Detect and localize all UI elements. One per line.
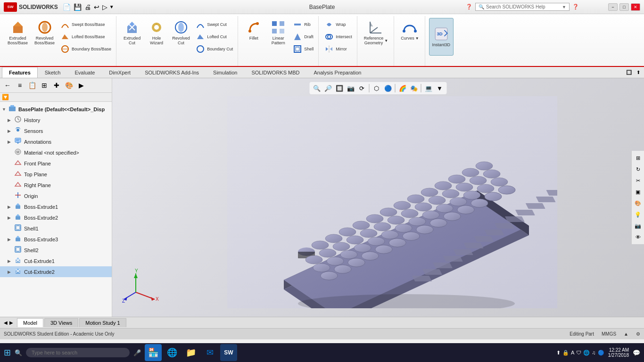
units-dropdown-icon[interactable]: ▲ bbox=[624, 331, 628, 337]
tree-item-annotations[interactable]: ▶ Annotations bbox=[0, 136, 112, 147]
search-dropdown-icon[interactable]: ▼ bbox=[562, 5, 566, 9]
tree-item-cut-extrude2[interactable]: ▶ Cut-Extrude2 bbox=[0, 266, 112, 277]
tray-expand-icon[interactable]: ⬆ bbox=[556, 350, 561, 356]
bottom-nav-right[interactable]: ▶ bbox=[9, 320, 13, 325]
tabs-expand-icon[interactable]: ⬆ bbox=[635, 69, 642, 76]
tree-item-origin[interactable]: Origin bbox=[0, 190, 112, 201]
rmt-btn1[interactable]: ⊞ bbox=[633, 153, 643, 163]
fillet-button[interactable]: Fillet bbox=[242, 18, 265, 42]
swept-boss-button[interactable]: Swept Boss/Base bbox=[58, 19, 113, 30]
tab-dimxpert[interactable]: DimXpert bbox=[102, 67, 138, 78]
close-button[interactable]: ✕ bbox=[631, 3, 640, 11]
settings-dropdown-button[interactable]: ▼ bbox=[435, 83, 445, 93]
sidebar-config-button[interactable]: ⊞ bbox=[39, 80, 50, 91]
print-icon[interactable]: 🖨 bbox=[83, 2, 92, 12]
revolved-cut-button[interactable]: RevolvedCut bbox=[169, 18, 193, 47]
render-mode-button[interactable]: 🌈 bbox=[397, 83, 408, 93]
reference-geometry-button[interactable]: ReferenceGeometry ▼ bbox=[361, 18, 391, 47]
tree-item-boss-extrude3[interactable]: ▶ Boss-Extrude3 bbox=[0, 234, 112, 245]
tree-item-top-plane[interactable]: Top Plane bbox=[0, 169, 112, 180]
tab-mbd[interactable]: SOLIDWORKS MBD bbox=[244, 67, 306, 78]
viewport[interactable]: 🔍 🔎 🔲 📷 ⟳ ⬡ 🔵 🌈 🎭 💻 ▼ bbox=[112, 78, 644, 317]
tab-evaluate[interactable]: Evaluate bbox=[68, 67, 102, 78]
swept-cut-button[interactable]: Swept Cut bbox=[194, 19, 235, 30]
bottom-nav-left[interactable]: ◀ bbox=[4, 320, 8, 325]
previous-view-button[interactable]: 📷 bbox=[346, 83, 356, 93]
rmt-btn4[interactable]: ▣ bbox=[633, 187, 643, 197]
rmt-btn5[interactable]: 🎨 bbox=[633, 198, 643, 208]
zoom-in-button[interactable]: 🔎 bbox=[323, 83, 333, 93]
curves-dropdown-icon[interactable]: ▼ bbox=[415, 36, 419, 41]
new-file-icon[interactable]: 📄 bbox=[62, 2, 72, 12]
zoom-to-fit-button[interactable]: 🔍 bbox=[312, 83, 322, 93]
tab-analysis[interactable]: Analysis Preparation bbox=[307, 67, 369, 78]
rotate-button[interactable]: ⟳ bbox=[357, 83, 367, 93]
tree-item-boss-extrude1[interactable]: ▶ Boss-Extrude1 bbox=[0, 201, 112, 212]
display-settings-button[interactable]: 💻 bbox=[423, 83, 434, 93]
save-icon[interactable]: 💾 bbox=[73, 2, 83, 12]
tree-item-shell1[interactable]: Shell1 bbox=[0, 223, 112, 234]
extruded-boss-button[interactable]: ExtrudedBoss/Base bbox=[5, 18, 31, 47]
taskbar-app-solidworks[interactable]: SW bbox=[220, 344, 237, 361]
tree-item-history[interactable]: ▶ History bbox=[0, 115, 112, 125]
tab-simulation[interactable]: Simulation bbox=[206, 67, 244, 78]
boundary-cut-button[interactable]: Boundary Cut bbox=[194, 43, 235, 55]
rib-button[interactable]: Rib bbox=[291, 19, 315, 30]
wrap-button[interactable]: Wrap bbox=[322, 19, 354, 30]
undo-icon[interactable]: ↩ bbox=[93, 2, 100, 12]
tree-item-right-plane[interactable]: Right Plane bbox=[0, 180, 112, 190]
rmt-btn3[interactable]: ✂ bbox=[633, 175, 643, 186]
draft-button[interactable]: Draft bbox=[291, 31, 315, 42]
windows-start-button[interactable]: ⊞ bbox=[4, 347, 11, 358]
sidebar-more-button[interactable]: ▶ bbox=[75, 80, 87, 91]
restore-button[interactable]: □ bbox=[619, 3, 629, 11]
forward-icon[interactable]: ▷ bbox=[101, 2, 108, 12]
tree-item-boss-extrude2[interactable]: ▶ Boss-Extrude2 bbox=[0, 212, 112, 223]
taskbar-app-edge[interactable]: 🌐 bbox=[164, 344, 181, 361]
lofted-boss-button[interactable]: Lofted Boss/Base bbox=[58, 31, 113, 42]
taskbar-app-store[interactable]: 🏪 bbox=[145, 344, 162, 361]
curves-button[interactable]: Curves ▼ bbox=[398, 18, 421, 42]
dropdown-icon[interactable]: ▼ bbox=[109, 4, 114, 9]
help-question-icon[interactable]: ❓ bbox=[572, 4, 579, 10]
view-orientation-button[interactable]: ⬡ bbox=[372, 83, 382, 93]
system-clock[interactable]: 12:22 AM 1/27/2018 bbox=[608, 347, 629, 358]
notification-icon[interactable]: 💬 bbox=[633, 349, 640, 356]
tree-item-cut-extrude1[interactable]: ▶ Cut-Extrude1 bbox=[0, 255, 112, 266]
linear-pattern-button[interactable]: LinearPattern bbox=[266, 18, 290, 47]
extruded-cut-button[interactable]: ExtrudedCut bbox=[120, 18, 144, 47]
tree-item-material[interactable]: M Material <not specified> bbox=[0, 147, 112, 158]
filter-icon[interactable]: 🔽 bbox=[2, 94, 9, 100]
instant3d-button[interactable]: 3D Instant3D bbox=[429, 18, 454, 56]
tree-item-sensors[interactable]: ▶ Sensors bbox=[0, 125, 112, 136]
display-style-button[interactable]: 🔵 bbox=[383, 83, 393, 93]
tab-addins[interactable]: SOLIDWORKS Add-Ins bbox=[138, 67, 206, 78]
ref-geom-dropdown-icon[interactable]: ▼ bbox=[384, 39, 388, 43]
bottom-tab-motion[interactable]: Motion Study 1 bbox=[79, 318, 126, 327]
taskbar-app-explorer[interactable]: 📁 bbox=[182, 344, 199, 361]
sidebar-list-button[interactable]: ≡ bbox=[14, 80, 25, 91]
sidebar-navigate-button[interactable]: ← bbox=[2, 80, 13, 91]
scene-button[interactable]: 🎭 bbox=[409, 83, 419, 93]
sidebar-display-button[interactable]: ✚ bbox=[51, 80, 62, 91]
taskbar-app-mail[interactable]: ✉ bbox=[201, 344, 218, 361]
intersect-button[interactable]: Intersect bbox=[322, 31, 354, 42]
sidebar-properties-button[interactable]: 📋 bbox=[26, 80, 38, 91]
tree-item-root[interactable]: ▼ BasePlate (Default<<Default>_Disp bbox=[0, 104, 112, 115]
rmt-btn7[interactable]: 📷 bbox=[633, 221, 643, 231]
help-icon[interactable]: ❓ bbox=[466, 4, 472, 10]
sidebar-appearance-button[interactable]: 🎨 bbox=[63, 80, 74, 91]
zoom-area-button[interactable]: 🔲 bbox=[334, 83, 345, 93]
tab-sketch[interactable]: Sketch bbox=[38, 67, 68, 78]
tab-features[interactable]: Features bbox=[2, 67, 38, 78]
bottom-tab-3dviews[interactable]: 3D Views bbox=[44, 318, 78, 327]
status-settings-icon[interactable]: ⚙ bbox=[636, 331, 640, 337]
shell-button[interactable]: Shell bbox=[291, 43, 315, 55]
revolved-boss-button[interactable]: RevolvedBoss/Base bbox=[32, 18, 58, 47]
minimize-button[interactable]: − bbox=[608, 3, 618, 11]
rmt-btn6[interactable]: 💡 bbox=[633, 209, 643, 220]
sidebar-tree[interactable]: ▼ BasePlate (Default<<Default>_Disp ▶ Hi… bbox=[0, 102, 112, 317]
mirror-button[interactable]: Mirror bbox=[322, 43, 354, 55]
rmt-btn8[interactable]: 👁 bbox=[633, 232, 643, 242]
tabs-minimize-icon[interactable]: 🔲 bbox=[624, 69, 634, 76]
